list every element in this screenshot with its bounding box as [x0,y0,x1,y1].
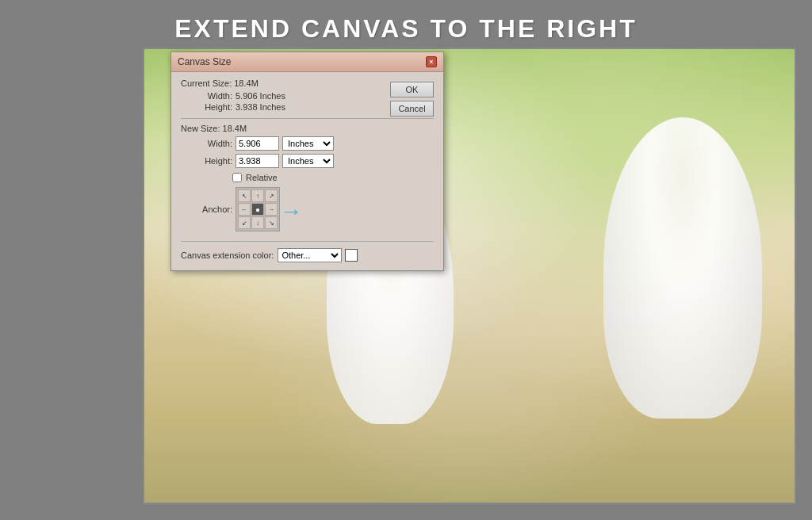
anchor-cell-mc[interactable]: ● [251,203,264,216]
divider [181,118,434,119]
dialog-titlebar: Canvas Size × [171,52,443,72]
new-size-section: New Size: 18.4M Width: Inches Pixels Per… [181,124,434,168]
current-height-label: Height: [197,102,232,112]
extension-color-row: Canvas extension color: Other... Foregro… [181,248,434,262]
new-height-label: Height: [197,156,232,166]
dialog-title: Canvas Size [178,56,231,67]
anchor-cell-bl[interactable]: ↙ [238,216,251,229]
anchor-cell-br[interactable]: ↘ [265,216,278,229]
anchor-section: Anchor: ↖ ↑ ↗ ← ● → ↙ ↓ ↘ [181,187,280,231]
page-title: EXTEND CANVAS TO THE RIGHT [0,0,812,52]
close-button[interactable]: × [426,56,437,67]
cancel-button[interactable]: Cancel [390,101,434,117]
height-unit-select[interactable]: Inches Pixels Percent [282,154,334,168]
dialog-buttons: OK Cancel [390,82,434,117]
extension-color-select[interactable]: Other... Foreground Background White Bla… [278,248,342,262]
current-width-value: 5.906 Inches [236,91,285,101]
width-unit-select[interactable]: Inches Pixels Percent [282,136,334,151]
new-size-label: New Size: 18.4M [181,124,434,133]
anchor-cell-ml[interactable]: ← [238,203,251,216]
new-width-row: Width: Inches Pixels Percent [181,136,434,151]
anchor-cell-tc[interactable]: ↑ [251,189,264,202]
anchor-grid: ↖ ↑ ↗ ← ● → ↙ ↓ ↘ [236,187,280,231]
width-input[interactable] [236,136,279,151]
current-width-label: Width: [197,91,232,101]
anchor-row: Anchor: ↖ ↑ ↗ ← ● → ↙ ↓ ↘ → [181,187,434,236]
relative-row: Relative [181,173,434,182]
divider-2 [181,241,434,242]
canvas-size-dialog: Canvas Size × OK Cancel Current Size: 18… [170,52,444,271]
relative-label: Relative [246,173,278,182]
anchor-cell-bc[interactable]: ↓ [251,216,264,229]
extension-color-label: Canvas extension color: [181,250,274,260]
anchor-cell-tl[interactable]: ↖ [238,189,251,202]
anchor-cell-tr[interactable]: ↗ [265,189,278,202]
ok-button[interactable]: OK [390,82,434,98]
new-height-row: Height: Inches Pixels Percent [181,154,434,168]
current-height-value: 3.938 Inches [236,102,285,112]
extension-color-swatch[interactable] [345,249,358,262]
dialog-body: OK Cancel Current Size: 18.4M Width: 5.9… [171,72,443,270]
figure-right [603,117,762,419]
anchor-label: Anchor: [197,205,232,214]
relative-checkbox[interactable] [232,173,242,182]
height-input[interactable] [236,154,279,168]
new-width-label: Width: [197,139,232,148]
anchor-cell-mr[interactable]: → [265,203,278,216]
extend-right-arrow: → [280,199,302,224]
